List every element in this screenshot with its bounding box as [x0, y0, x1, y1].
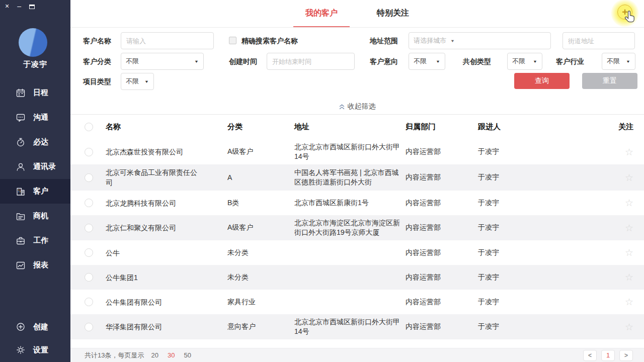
column-header-name: 名称	[106, 122, 227, 132]
intention-select[interactable]: 不限▼	[409, 53, 445, 70]
tabs: 我的客户 特别关注	[293, 0, 421, 27]
hand-cursor-icon	[623, 10, 637, 24]
department-cell: 内容运营部	[406, 199, 478, 208]
sidebar-item-create[interactable]: 创建	[0, 315, 70, 338]
project-type-label: 项目类型	[83, 73, 111, 90]
tab-my-customers[interactable]: 我的客户	[293, 0, 350, 27]
sidebar-item-settings[interactable]: 设置	[0, 338, 70, 361]
sidebar-item-reports[interactable]: 报表	[0, 253, 70, 278]
sidebar-item-label: 报表	[33, 260, 48, 270]
street-address-input[interactable]	[562, 32, 635, 49]
reset-button[interactable]: 重置	[582, 73, 637, 89]
customer-name-input[interactable]	[121, 32, 214, 49]
category-cell: A级客户	[227, 147, 294, 156]
page-size-20[interactable]: 20	[151, 351, 158, 359]
table-row[interactable]: 北京杰森世投资有限公司 A级客户 北京北京市西城区新街口外大街甲14号 内容运营…	[70, 139, 644, 164]
table-row[interactable]: 公牛 未分类 内容运营部 于凌宇 ☆	[70, 240, 644, 265]
customer-name-cell: 北京可米食品工业有限责任公司	[106, 167, 227, 188]
add-customer-button[interactable]: +	[612, 0, 638, 26]
tab-label: 特别关注	[377, 8, 409, 19]
select-all-checkbox[interactable]	[85, 123, 93, 131]
favorite-star-icon[interactable]: ☆	[625, 322, 633, 332]
category-cell: 未分类	[227, 248, 294, 257]
favorite-star-icon[interactable]: ☆	[625, 272, 633, 283]
close-window-icon[interactable]: ×	[5, 3, 9, 10]
table-row[interactable]: 公牛集团1 未分类 内容运营部 于凌宇 ☆	[70, 265, 644, 290]
column-header-address: 地址	[294, 122, 406, 132]
favorite-star-icon[interactable]: ☆	[625, 172, 633, 183]
sidebar-item-customers[interactable]: 客户	[0, 179, 70, 204]
customer-name-label: 客户名称	[83, 32, 111, 49]
plus-circle-icon	[16, 322, 26, 332]
sidebar-item-communication[interactable]: 沟通	[0, 105, 70, 130]
address-cell: 北京北京市海淀区北京市海淀区新街口外大街路19号京师大厦	[294, 218, 406, 237]
folder-icon	[16, 211, 26, 221]
category-select[interactable]: 不限▼	[121, 53, 204, 70]
page-size-30[interactable]: 30	[168, 351, 175, 359]
username: 于凌宇	[0, 60, 70, 69]
favorite-star-icon[interactable]: ☆	[625, 147, 633, 157]
sidebar-item-label: 工作	[33, 236, 48, 245]
table-row[interactable]: 北京可米食品工业有限责任公司 A 中国名人将军书画苑 | 北京市西城区德胜街道新…	[70, 164, 644, 191]
minimize-window-icon[interactable]: –	[17, 3, 21, 10]
row-checkbox[interactable]	[85, 173, 93, 182]
sidebar-item-opportunities[interactable]: 商机	[0, 204, 70, 228]
filter-panel: 客户名称 精确搜索客户名称 地址范围 请选择城市▼ 客户分类 不限▼ 创建时间 …	[70, 28, 644, 99]
row-checkbox[interactable]	[85, 199, 93, 207]
collapse-filter-button[interactable]: 收起筛选	[70, 99, 644, 115]
project-type-select-value: 不限	[126, 77, 139, 86]
chevrons-up-icon	[339, 104, 345, 110]
favorite-star-icon[interactable]: ☆	[625, 247, 633, 258]
intention-label: 客户意向	[370, 53, 398, 70]
sidebar-item-label: 必达	[33, 137, 48, 147]
briefcase-icon	[16, 236, 26, 246]
city-select[interactable]: 请选择城市▼	[409, 32, 551, 49]
chevron-down-icon: ▼	[626, 59, 630, 64]
table-row[interactable]: 公牛集团有限公司 家具行业 内容运营部 于凌宇 ☆	[70, 290, 644, 314]
row-checkbox[interactable]	[85, 148, 93, 156]
column-header-follower: 跟进人	[478, 122, 614, 132]
industry-label: 客户行业	[556, 53, 584, 70]
avatar[interactable]	[19, 28, 47, 57]
current-page-button[interactable]: 1	[601, 350, 615, 361]
sidebar-item-work[interactable]: 工作	[0, 228, 70, 253]
table-row[interactable]: 北京仁和聚义有限公司 A级客户 北京北京市海淀区北京市海淀区新街口外大街路19号…	[70, 215, 644, 240]
table-row[interactable]: 华泽集团有限公司 意向客户 北京北京市西城区新街口外大街甲14号 内容运营部 于…	[70, 314, 644, 339]
row-checkbox[interactable]	[85, 248, 93, 257]
favorite-star-icon[interactable]: ☆	[625, 223, 633, 233]
row-checkbox[interactable]	[85, 273, 93, 282]
cocreate-select[interactable]: 不限▼	[507, 53, 542, 70]
search-button[interactable]: 查询	[514, 73, 570, 89]
category-cell: 家具行业	[227, 298, 294, 307]
project-type-select[interactable]: 不限▼	[121, 73, 154, 90]
contacts-icon	[16, 162, 26, 172]
favorite-star-icon[interactable]: ☆	[625, 198, 633, 208]
calendar-icon	[16, 88, 26, 98]
chat-icon	[16, 113, 26, 123]
intention-select-value: 不限	[414, 57, 427, 66]
sidebar-item-contacts[interactable]: 通讯录	[0, 154, 70, 179]
row-checkbox[interactable]	[85, 298, 93, 306]
maximize-window-icon[interactable]	[29, 5, 35, 9]
tab-special-follow[interactable]: 特别关注	[365, 0, 421, 27]
stopwatch-icon	[16, 137, 26, 147]
created-time-input[interactable]	[267, 53, 355, 70]
sidebar-item-bida[interactable]: 必达	[0, 130, 70, 154]
industry-select[interactable]: 不限▼	[602, 53, 635, 70]
department-cell: 内容运营部	[406, 322, 478, 331]
favorite-star-icon[interactable]: ☆	[625, 297, 633, 307]
row-checkbox[interactable]	[85, 224, 93, 232]
exact-search-checkbox[interactable]	[229, 37, 236, 44]
table-row[interactable]: 北京龙腾科技有限公司 B类 北京市西城区新康街1号 内容运营部 于凌宇 ☆	[70, 191, 644, 215]
page-size-options: 20 30 50	[151, 351, 191, 359]
sidebar-item-schedule[interactable]: 日程	[0, 80, 70, 105]
prev-page-button[interactable]: <	[583, 350, 597, 361]
category-cell: A级客户	[227, 223, 294, 232]
page-size-50[interactable]: 50	[184, 351, 191, 359]
city-select-value: 请选择城市	[414, 36, 446, 45]
cocreate-label: 共创类型	[463, 53, 491, 70]
follower-cell: 于凌宇	[478, 223, 614, 232]
department-cell: 内容运营部	[406, 147, 478, 156]
row-checkbox[interactable]	[85, 323, 93, 331]
next-page-button[interactable]: >	[619, 350, 633, 361]
